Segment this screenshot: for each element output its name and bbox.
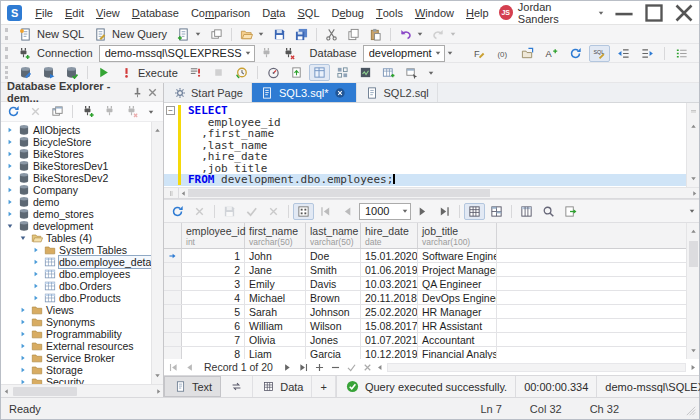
goto-button[interactable] [517,45,538,62]
refresh-button[interactable] [167,203,188,220]
chevron-collapsed-icon[interactable] [18,366,27,374]
fold-marker[interactable]: − [166,106,175,115]
plan-button[interactable] [286,64,307,81]
save-edit-button[interactable] [219,203,240,220]
grid-scrollbar[interactable] [686,223,699,359]
scroll-down-icon[interactable] [689,343,697,358]
new-document-button[interactable] [173,26,205,43]
cell[interactable]: Software Engineer [418,249,497,262]
menu-item-sql[interactable]: SQL [292,1,326,24]
chevron-collapsed-icon[interactable] [31,270,40,278]
close-tab-icon[interactable] [333,85,348,100]
menu-item-comparison[interactable]: Comparison [185,1,256,24]
indent-button[interactable] [637,45,658,62]
tree-item-synonyms[interactable]: Synonyms [3,316,149,328]
new-window-button[interactable] [206,26,227,43]
cell[interactable]: Project Manager [418,263,497,276]
disconnect-button[interactable] [278,45,299,62]
menu-item-view[interactable]: View [90,1,126,24]
diagram-button[interactable] [355,64,376,81]
row-selector[interactable] [164,305,182,318]
refresh-button[interactable] [3,103,24,120]
next-record-button[interactable] [280,360,295,375]
minimize-button[interactable] [609,1,639,24]
editor-scrollbar[interactable] [686,103,699,187]
chevron-collapsed-icon[interactable] [31,246,40,254]
refresh-button[interactable] [565,45,586,62]
undo-button[interactable] [395,26,427,43]
scroll-up-icon[interactable] [689,119,697,134]
tab-sql3[interactable]: SQL3.sql* [252,83,357,102]
row-selector[interactable] [164,333,182,346]
table-row[interactable]: 1JohnDoe15.01.2020Software Engineer [164,249,686,263]
tree-item-dbo-employee-details[interactable]: dbo.employee_details [3,256,149,268]
tree-item-storage[interactable]: Storage [3,364,149,376]
database-combobox[interactable]: development [363,45,445,62]
toolbar-grip[interactable] [5,66,10,79]
chevron-collapsed-icon[interactable] [18,318,27,326]
chevron-collapsed-icon[interactable] [5,150,14,158]
new-table-button[interactable] [378,64,399,81]
cell[interactable]: QA Engineer [418,277,497,290]
column-header-job_title[interactable]: job_titlevarchar(100) [418,223,497,248]
cell[interactable]: Emily [245,277,306,290]
outdent-button[interactable] [613,45,634,62]
grid-hscrollbar[interactable] [387,363,686,372]
chevron-collapsed-icon[interactable] [18,306,27,314]
cell[interactable]: HR Assistant [418,319,497,332]
menu-item-window[interactable]: Window [409,1,460,24]
nav-last-button[interactable] [434,203,455,220]
cell[interactable]: Jones [306,333,361,346]
cell[interactable]: 25.02.2020 [361,305,418,318]
chevron-collapsed-icon[interactable] [18,378,27,384]
export-button[interactable] [560,203,581,220]
resize-grip[interactable] [683,403,698,418]
chevron-collapsed-icon[interactable] [18,342,27,350]
chevron-collapsed-icon[interactable] [5,138,14,146]
cell[interactable]: HR Manager [418,305,497,318]
plug-button[interactable] [99,103,120,120]
column-header-employee_id[interactable]: employee_idint [182,223,245,248]
save-button[interactable] [269,26,290,43]
sql-editor[interactable]: − SELECT employee_id ,first_name ,last_n… [164,103,686,187]
chevron-collapsed-icon[interactable] [18,354,27,362]
cancel-edit-button[interactable] [360,360,375,375]
copy-button[interactable] [343,26,364,43]
close-x-button[interactable] [189,203,210,220]
close-panel-icon[interactable] [145,85,160,100]
tree-item-company[interactable]: Company [3,184,149,196]
new-sql-button[interactable]: New SQL [15,26,89,43]
text-view-tab[interactable]: Text [164,376,221,397]
tree-item-allobjects[interactable]: AllObjects [3,124,149,136]
search-button[interactable] [538,203,559,220]
connect-button[interactable] [256,45,277,62]
menu-item-debug[interactable]: Debug [326,1,370,24]
cell[interactable]: 2 [182,263,245,276]
cell[interactable]: 3 [182,277,245,290]
windows-button[interactable] [47,103,68,120]
close-x-button[interactable] [25,103,46,120]
card-view-button[interactable] [486,203,507,220]
maximize-button[interactable] [639,1,669,24]
paste-button[interactable] [365,26,386,43]
scroll-down-icon[interactable] [689,171,697,186]
exec-script-button[interactable] [185,64,206,81]
row-selector[interactable] [164,277,182,290]
toolbar-overflow-button[interactable] [424,64,439,81]
tree-item-dbo-employees[interactable]: dbo.employees [3,268,149,280]
editor-hscrollbar[interactable] [164,187,699,199]
column-header-first_name[interactable]: first_namevarchar(50) [245,223,306,248]
count-button[interactable]: (0) [493,45,514,62]
table-row[interactable]: 6WilliamWilson15.08.2017HR Assistant [164,319,686,333]
table-row[interactable]: 5SarahJohnson25.02.2020HR Manager [164,305,686,319]
chevron-expanded-icon[interactable] [5,222,14,230]
redo-button[interactable] [428,26,460,43]
tab-start-page[interactable]: Start Page [164,83,252,102]
column-header-last_name[interactable]: last_namevarchar(50) [306,223,361,248]
tree-item-bikestoresdev1[interactable]: BikeStoresDev1 [3,160,149,172]
toolbar-overflow-button[interactable] [143,103,158,120]
prev-record-button[interactable] [182,360,197,375]
row-selector-header[interactable] [164,223,182,248]
tree-hscrollbar[interactable] [1,384,163,397]
cancel-x-button[interactable] [263,203,284,220]
